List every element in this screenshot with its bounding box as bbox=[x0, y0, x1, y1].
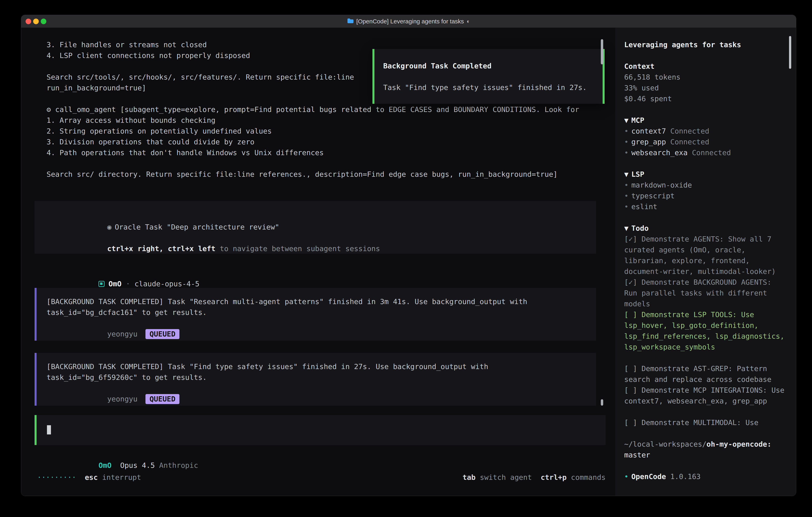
message-author: yeongyu bbox=[107, 395, 138, 403]
folder-icon bbox=[347, 18, 353, 25]
text-cursor bbox=[47, 425, 51, 434]
mcp-item: •context7 Connected bbox=[624, 126, 784, 137]
toast-body: Task "Find type safety issues" finished … bbox=[383, 82, 603, 93]
oracle-icon: ◉ bbox=[107, 223, 112, 231]
terminal-line: 4. Path operations that don't handle Win… bbox=[35, 147, 616, 158]
bullet-icon: • bbox=[624, 138, 629, 146]
todo-checkbox: [✓] bbox=[624, 278, 637, 286]
mcp-item: •grep_app Connected bbox=[624, 137, 784, 147]
bullet-icon: • bbox=[624, 202, 629, 211]
navigation-hint-text: to navigate between subagent sessions bbox=[220, 245, 380, 253]
sidebar: Leveraging agents for tasks Context 66,5… bbox=[616, 28, 796, 496]
workspace-path: ~/local-workspaces/oh-my-opencode: bbox=[624, 439, 784, 450]
esc-key-hint: esc bbox=[85, 472, 98, 483]
model-indicator-provider: Anthropic bbox=[159, 461, 198, 469]
background-task-message: [BACKGROUND TASK COMPLETED] Task "Find t… bbox=[35, 353, 596, 406]
queued-badge: QUEUED bbox=[145, 394, 179, 404]
terminal-line: 1. Array access without bounds checking bbox=[35, 115, 616, 126]
context-spent: $0.46 spent bbox=[624, 93, 784, 104]
main-scrollbar-thumb-secondary[interactable] bbox=[601, 399, 603, 406]
bullet-icon: • bbox=[624, 192, 629, 200]
bullet-icon: • bbox=[624, 127, 629, 135]
terminal-line: 2. String operations on potentially unde… bbox=[35, 126, 616, 137]
todo-item: [ ] Demonstrate AST-GREP: Pattern search… bbox=[624, 363, 784, 385]
bullet-icon: • bbox=[624, 181, 629, 189]
sidebar-scrollbar-thumb[interactable] bbox=[789, 36, 791, 69]
minimize-button[interactable] bbox=[33, 19, 39, 24]
window-title-text: [OpenCode] Leveraging agents for tasks bbox=[356, 18, 464, 25]
terminal-line: ⚙ call_omo_agent [subagent_type=explore,… bbox=[35, 104, 616, 115]
lsp-item: •typescript bbox=[624, 191, 784, 201]
spinner-dots: ········· bbox=[37, 472, 76, 483]
todo-item: [ ] Demonstrate LSP TOOLS: Use lsp_hover… bbox=[624, 309, 784, 352]
terminal-window: [OpenCode] Leveraging agents for tasks ◐… bbox=[21, 15, 796, 496]
todo-checkbox: [ ] bbox=[624, 418, 637, 427]
bullet-icon: • bbox=[624, 148, 629, 157]
window-title: [OpenCode] Leveraging agents for tasks ◐ bbox=[347, 18, 470, 25]
context-tokens: 66,518 tokens bbox=[624, 72, 784, 83]
oracle-task-panel: ◉Oracle Task "Deep architecture review" … bbox=[35, 201, 596, 254]
agent-name: OmO bbox=[109, 280, 121, 288]
mcp-item: •websearch_exa Connected bbox=[624, 147, 784, 158]
traffic-lights bbox=[26, 19, 46, 24]
ctrlp-key-hint: ctrl+p bbox=[541, 473, 567, 482]
toast-notification: Background Task Completed Task "Find typ… bbox=[372, 49, 605, 104]
chevron-down-icon: ▼ bbox=[624, 224, 629, 232]
separator-dot: · bbox=[126, 280, 130, 288]
model-indicator-model: Opus 4.5 bbox=[120, 461, 155, 469]
terminal-line: Search src/ directory. Return specific f… bbox=[35, 169, 616, 180]
section-mcp-header[interactable]: ▼MCP bbox=[624, 115, 784, 126]
terminal-main: 3. File handles or streams not closed 4.… bbox=[21, 28, 616, 496]
message-text-line: [BACKGROUND TASK COMPLETED] Task "Resear… bbox=[47, 296, 596, 307]
main-scrollbar-thumb[interactable] bbox=[601, 39, 603, 64]
bullet-icon: • bbox=[624, 472, 629, 481]
lsp-item: •eslint bbox=[624, 201, 784, 212]
section-lsp-header[interactable]: ▼LSP bbox=[624, 169, 784, 180]
desktop: [OpenCode] Leveraging agents for tasks ◐… bbox=[0, 0, 812, 517]
agent-model: claude-opus-4-5 bbox=[135, 280, 199, 288]
todo-item: [ ] Demonstrate MCP INTEGRATIONS: Use co… bbox=[624, 385, 784, 406]
version-line: •OpenCode 1.0.163 bbox=[624, 471, 784, 482]
todo-checkbox: [✓] bbox=[624, 235, 637, 243]
todo-item: [ ] Demonstrate MULTIMODAL: Use bbox=[624, 417, 784, 428]
chevron-down-icon: ▼ bbox=[624, 170, 629, 178]
session-status-icon: ◐ bbox=[467, 18, 470, 25]
toast-title: Background Task Completed bbox=[383, 61, 603, 71]
navigation-hint-keys: ctrl+x right, ctrl+x left bbox=[107, 245, 215, 253]
context-heading: Context bbox=[624, 61, 784, 72]
esc-key-label: interrupt bbox=[102, 472, 141, 483]
message-text-line: task_id="bg_6f59260c" to get results. bbox=[47, 372, 596, 383]
workspace-branch: master bbox=[624, 450, 784, 460]
todo-checkbox: [ ] bbox=[624, 386, 637, 394]
message-text-line: task_id="bg_dcfac161" to get results. bbox=[47, 307, 596, 318]
tab-key-label: switch agent bbox=[480, 473, 532, 482]
todo-item: [✓] Demonstrate BACKGROUND AGENTS: Run p… bbox=[624, 277, 784, 309]
terminal-line: 3. Division operations that could divide… bbox=[35, 137, 616, 147]
oracle-task-title: Oracle Task "Deep architecture review" bbox=[115, 223, 279, 231]
lsp-item: •markdown-oxide bbox=[624, 180, 784, 191]
context-used: 33% used bbox=[624, 83, 784, 93]
section-todo-header[interactable]: ▼Todo bbox=[624, 223, 784, 234]
queued-badge: QUEUED bbox=[145, 329, 179, 339]
session-title: Leveraging agents for tasks bbox=[624, 39, 784, 50]
terminal-line bbox=[35, 158, 616, 169]
ctrlp-key-label: commands bbox=[571, 473, 606, 482]
close-button[interactable] bbox=[26, 19, 31, 24]
agent-header: OmO · claude-opus-4-5 bbox=[47, 268, 616, 278]
background-task-message: [BACKGROUND TASK COMPLETED] Task "Resear… bbox=[35, 288, 596, 341]
titlebar: [OpenCode] Leveraging agents for tasks ◐ bbox=[21, 15, 796, 28]
tab-key-hint: tab bbox=[463, 473, 475, 482]
zoom-button[interactable] bbox=[41, 19, 46, 24]
model-indicator-agent: OmO bbox=[98, 461, 112, 469]
model-indicator: OmO Opus 4.5 Anthropic bbox=[47, 449, 616, 460]
message-text-line: [BACKGROUND TASK COMPLETED] Task "Find t… bbox=[47, 361, 596, 372]
chevron-down-icon: ▼ bbox=[624, 116, 629, 124]
todo-checkbox: [ ] bbox=[624, 364, 637, 373]
todo-item: [✓] Demonstrate AGENTS: Show all 7 curat… bbox=[624, 234, 784, 277]
statusbar: ········· esc interrupt tab switch agent… bbox=[21, 472, 616, 483]
terminal-line: 3. File handles or streams not closed bbox=[35, 39, 616, 50]
message-author: yeongyu bbox=[107, 330, 138, 338]
prompt-input[interactable] bbox=[35, 415, 606, 445]
todo-checkbox: [ ] bbox=[624, 310, 637, 319]
agent-checkbox-icon bbox=[98, 281, 105, 287]
